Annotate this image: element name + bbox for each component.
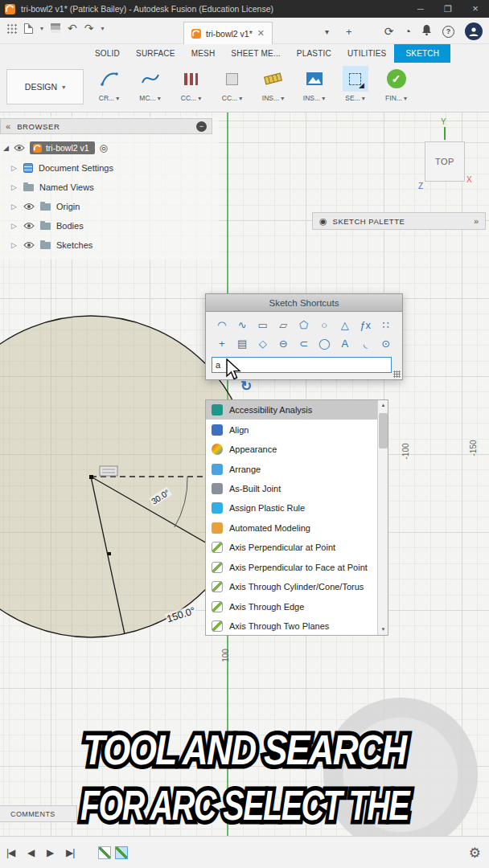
tool-configure[interactable]: CC...▾ [212,64,253,102]
tool-finish-sketch[interactable]: ✓ FIN...▾ [376,64,417,102]
timeline-feature-icon[interactable] [98,846,111,859]
ellipse-icon[interactable]: ◯ [314,334,335,353]
app-grid-menu-icon[interactable] [6,23,17,34]
browser-item-named-views[interactable]: ▷Named Views [11,178,113,197]
shortcut-result-item[interactable]: Automated Modeling [206,518,377,538]
shortcut-result-item[interactable]: Assign Plastic Rule [206,498,377,518]
recent-activity-icon[interactable]: ◔ [405,26,411,37]
view-cube-face-label[interactable]: TOP [435,157,454,166]
expand-caret-icon[interactable]: ▷ [11,203,18,211]
expand-caret-icon[interactable]: ▷ [11,164,18,172]
timeline-feature-icon-selected[interactable] [115,846,128,859]
new-tab-button[interactable]: + [346,26,352,38]
polygon-icon[interactable]: ⬠ [294,316,314,334]
tab-utilities[interactable]: UTILITIES [339,44,394,63]
notifications-bell-icon[interactable] [421,24,432,39]
file-menu-caret-icon[interactable]: ▾ [40,25,43,32]
document-tab[interactable]: tri-bowl2 v1* ✕ [183,22,273,44]
tool-caret-icon[interactable]: ▾ [239,95,242,102]
shortcut-result-item[interactable]: Arrange [206,459,377,478]
expand-caret-icon[interactable]: ▷ [11,183,18,191]
project-icon[interactable]: ⊙ [376,334,397,353]
tool-create-sketch[interactable]: CR...▾ [88,64,129,102]
help-icon[interactable]: ? [442,26,454,38]
mirror-icon[interactable]: △ [335,316,355,334]
visibility-eye-icon[interactable] [23,219,35,233]
title-bar[interactable]: tri-bowl2 v1* (Patrick Bailey) - Autodes… [0,0,489,18]
browser-item-origin[interactable]: ▷Origin [11,197,113,216]
scrollbar-thumb[interactable] [379,413,388,448]
tool-caret-icon[interactable]: ▾ [116,95,119,102]
file-menu-icon[interactable] [24,23,33,34]
go-to-start-icon[interactable]: |◀ [6,837,14,868]
timeline-settings-gear-icon[interactable]: ⚙ [469,845,481,862]
resize-grip-icon[interactable] [393,371,401,378]
redo-icon[interactable]: ↷ [84,23,94,34]
redo-caret-icon[interactable]: ▾ [101,25,104,32]
shortcut-result-item[interactable]: Axis Through Edge [206,596,377,616]
activate-component-icon[interactable]: ◎ [100,142,108,154]
tool-caret-icon[interactable]: ▾ [322,95,325,102]
expand-palette-icon[interactable]: » [474,216,479,226]
pattern-icon[interactable]: ∷ [376,316,397,334]
scroll-up-icon[interactable]: ▲ [378,400,388,411]
browser-item-sketches[interactable]: ▷Sketches [11,235,113,255]
minimize-browser-icon[interactable]: − [196,121,207,132]
tab-mesh[interactable]: MESH [183,44,224,63]
tab-list-caret-icon[interactable]: ▾ [325,27,329,36]
move-icon[interactable]: + [212,334,232,353]
shortcut-result-item[interactable]: Axis Perpendicular to Face at Point [206,558,377,577]
slot-icon[interactable]: ⊖ [273,334,294,353]
shortcut-result-item[interactable]: Axis Perpendicular at Point [206,538,377,557]
visibility-eye-icon[interactable] [14,141,25,155]
browser-header[interactable]: « BROWSER − [0,118,212,134]
document-tab-close-icon[interactable]: ✕ [257,28,265,39]
tool-constraints[interactable]: CC...▾ [171,64,212,102]
tool-modify[interactable]: MC...▾ [129,64,171,102]
maximize-button[interactable]: ❐ [434,0,462,18]
user-avatar[interactable] [465,23,483,40]
collapse-panel-icon[interactable]: « [6,121,10,131]
results-scrollbar[interactable]: ▲ ▼ [377,400,388,635]
spline-icon[interactable]: ∿ [232,316,253,334]
tab-surface[interactable]: SURFACE [128,44,183,63]
browser-root-item[interactable]: ◢ tri-bowl2 v1 ◎ [3,141,108,155]
shortcut-result-item[interactable]: As-Built Joint [206,479,377,498]
scroll-down-icon[interactable]: ▼ [378,624,388,635]
visibility-eye-icon[interactable] [23,238,35,252]
tool-caret-icon[interactable]: ▾ [404,95,407,102]
offset-icon[interactable]: ⊂ [294,334,314,353]
polygon2-icon[interactable]: ◇ [253,334,273,353]
dialog-title-bar[interactable]: Sketch Shortcuts [205,293,403,311]
shortcut-result-item[interactable]: Align [206,420,377,439]
shortcut-result-item[interactable]: Axis Through Two Planes [206,616,377,636]
browser-item-document-settings[interactable]: ▷Document Settings [11,158,113,178]
function-icon[interactable]: ƒx [355,316,376,334]
shortcut-result-item[interactable]: Axis Through Cylinder/Cone/Torus [206,577,377,596]
rectangle-icon[interactable]: ▱ [273,316,294,334]
expand-caret-icon[interactable]: ▷ [11,222,18,230]
step-back-icon[interactable]: ◀ [27,837,34,868]
rectangle-2pt-icon[interactable]: ▭ [253,316,273,334]
minimize-button[interactable]: ─ [407,0,434,18]
tab-sheet-metal[interactable]: SHEET ME... [223,44,288,63]
tab-sketch[interactable]: SKETCH [394,44,450,63]
close-button[interactable]: × [462,0,489,18]
tool-caret-icon[interactable]: ▾ [281,95,284,102]
workspace-selector[interactable]: DESIGN ▾ [6,69,84,104]
play-icon[interactable]: ▶ [47,837,53,868]
tool-caret-icon[interactable]: ▾ [362,95,365,102]
tool-caret-icon[interactable]: ▾ [198,95,201,102]
undo-icon[interactable]: ↶ [68,23,77,34]
tool-inspect[interactable]: INS...▾ [253,64,294,102]
shortcut-result-item[interactable]: Appearance [206,440,377,459]
circle-icon[interactable]: ○ [314,316,335,334]
tab-plastic[interactable]: PLASTIC [289,44,339,63]
sketch-palette-bar[interactable]: ◉ SKETCH PALETTE » [312,212,486,230]
tool-select[interactable]: SE...▾ [335,64,376,102]
text-icon[interactable]: A [335,334,355,353]
copy-icon[interactable]: ▤ [232,334,253,353]
fillet-icon[interactable]: ◟ [355,334,376,353]
view-cube[interactable]: TOP [425,141,465,182]
save-icon[interactable] [51,23,60,33]
